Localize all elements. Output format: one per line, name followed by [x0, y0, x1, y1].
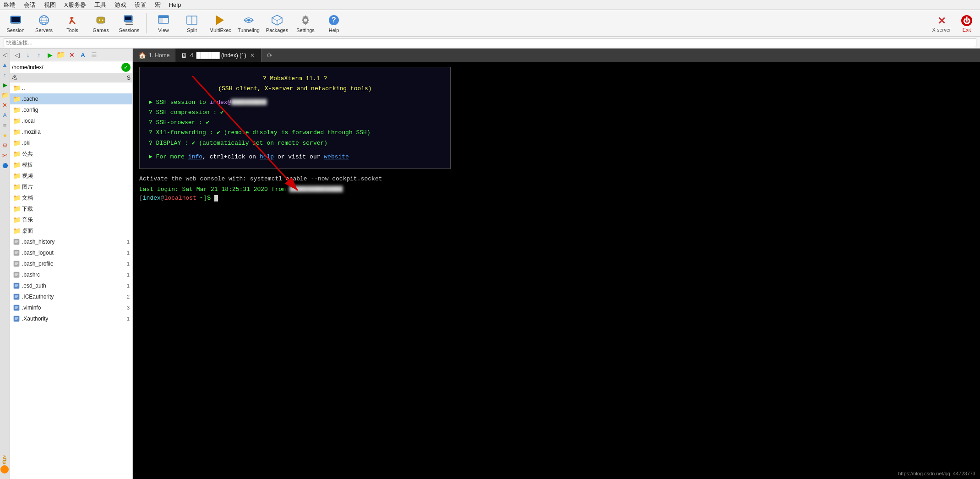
tb-view[interactable]: View — [151, 11, 176, 35]
file-item[interactable]: 📁.pki — [10, 137, 132, 148]
file-item[interactable]: 📁.cache — [10, 93, 132, 104]
tb-sessions-label: Sessions — [119, 27, 140, 33]
info-link[interactable]: info — [188, 153, 202, 160]
ssh-session-prefix: ► SSH session to — [149, 99, 210, 106]
tb-packages[interactable]: Packages — [264, 11, 290, 35]
ft-folder[interactable]: 📁 — [56, 50, 66, 60]
file-item[interactable]: 📁桌面 — [10, 225, 132, 236]
menu-xserver[interactable]: X服务器 — [64, 1, 86, 9]
menu-macro[interactable]: 宏 — [155, 1, 161, 9]
tb-help[interactable]: ? Help — [321, 11, 347, 35]
folder-icon: 📁 — [13, 118, 20, 124]
menu-session[interactable]: 会话 — [24, 1, 36, 9]
tunneling-icon — [242, 14, 255, 27]
ft-rename[interactable]: A — [78, 50, 88, 60]
folder-icon: 📁 — [13, 96, 20, 102]
file-item[interactable]: 📁文档 — [10, 192, 132, 203]
file-item[interactable]: 📁图片 — [10, 181, 132, 192]
file-item[interactable]: 📁音乐 — [10, 214, 132, 225]
bookmark-icon[interactable]: ★ — [1, 131, 9, 139]
file-item[interactable]: 📁.mozilla — [10, 126, 132, 137]
details-icon[interactable]: ≡ — [1, 121, 9, 129]
file-item[interactable]: .esd_auth1 — [10, 280, 132, 291]
tb-settings[interactable]: Settings — [293, 11, 318, 35]
ft-view-toggle[interactable]: ☰ — [89, 50, 99, 60]
file-item[interactable]: .bashrc1 — [10, 269, 132, 280]
menu-games[interactable]: 游戏 — [114, 1, 126, 9]
svg-rect-1 — [11, 17, 20, 22]
file-item[interactable]: 📁.local — [10, 115, 132, 126]
file-item[interactable]: .ICEauthority2 — [10, 291, 132, 302]
tab-ssh[interactable]: 🖥 4. ██████ (index) (1) ✕ — [175, 49, 261, 62]
prompt-line: [index@localhost ~]$ — [139, 195, 974, 201]
ft-back[interactable]: ◁ — [12, 50, 22, 60]
toolbar: Session Servers Tools Games Sessions Vie… — [0, 10, 980, 37]
path-input[interactable] — [12, 64, 121, 71]
file-name: .. — [22, 85, 114, 91]
tb-tunneling[interactable]: Tunneling — [236, 11, 261, 35]
filter-icon[interactable]: ⚙ — [1, 141, 9, 149]
tb-sessions[interactable]: Sessions — [116, 11, 142, 35]
disconnect-icon[interactable]: ✂ — [1, 151, 9, 159]
file-size: 1 — [116, 239, 130, 245]
prompt-user: index — [143, 195, 161, 201]
tab-refresh-button[interactable]: ⟳ — [263, 49, 276, 62]
menu-settings[interactable]: 设置 — [135, 1, 147, 9]
file-name: 模板 — [22, 161, 114, 169]
file-item[interactable]: .bash_history1 — [10, 236, 132, 247]
file-item[interactable]: 📁模板 — [10, 159, 132, 170]
upload-icon[interactable]: ↑ — [1, 71, 9, 79]
file-item[interactable]: .bash_logout1 — [10, 247, 132, 258]
file-item[interactable]: 📁下载 — [10, 203, 132, 214]
xserver-button[interactable]: ✕ X server — [929, 14, 954, 33]
website-link[interactable]: website — [324, 153, 349, 160]
tb-session[interactable]: Session — [3, 11, 28, 35]
folder-icon: 📁 — [13, 206, 20, 212]
svg-rect-13 — [125, 22, 133, 23]
menu-terminal[interactable]: 终端 — [4, 1, 16, 9]
info-icon[interactable]: 🔵 — [1, 161, 9, 169]
ft-connect[interactable]: ▶ — [45, 50, 55, 60]
rename-icon[interactable]: A — [1, 111, 9, 119]
file-item[interactable]: .bash_profile1 — [10, 258, 132, 269]
menu-view[interactable]: 视图 — [44, 1, 56, 9]
file-item[interactable]: 📁.config — [10, 104, 132, 115]
sftp-label[interactable]: sftp — [2, 455, 7, 464]
exit-button[interactable]: ⏻ Exit — [956, 14, 977, 33]
collapse-icon[interactable]: ◁ — [1, 50, 9, 59]
file-item[interactable]: .viminfo3 — [10, 302, 132, 313]
ft-delete[interactable]: ✕ — [67, 50, 77, 60]
file-panel: ◁ ↓ ↑ ▶ 📁 ✕ A ☰ ✓ 名 S 📁..📁.cache📁.config… — [10, 49, 133, 479]
help-link[interactable]: help — [260, 153, 274, 160]
menu-tools[interactable]: 工具 — [94, 1, 106, 9]
servers-icon — [38, 14, 50, 27]
file-item[interactable]: 📁公共 — [10, 148, 132, 159]
file-item[interactable]: .Xauthority1 — [10, 313, 132, 324]
tb-servers[interactable]: Servers — [31, 11, 57, 35]
delete-icon[interactable]: ✕ — [1, 101, 9, 109]
folder-icon: 📁 — [13, 162, 20, 168]
quickconnect-input[interactable] — [4, 38, 976, 47]
folder-icon: 📁 — [13, 228, 20, 234]
file-item[interactable]: 📁视频 — [10, 170, 132, 181]
notification-badge[interactable] — [0, 465, 9, 474]
ft-down[interactable]: ↓ — [23, 50, 33, 60]
add-icon[interactable]: ▶ — [1, 81, 9, 89]
file-item[interactable]: 📁.. — [10, 82, 132, 93]
up-icon[interactable]: ▲ — [1, 60, 9, 69]
terminal-content[interactable]: ? MobaXterm 11.1 ? (SSH client, X-server… — [133, 62, 980, 479]
file-size: 2 — [116, 294, 130, 299]
welcome-title: ? MobaXterm 11.1 ? — [263, 75, 327, 82]
tb-tools[interactable]: Tools — [60, 11, 85, 35]
path-ok-button[interactable]: ✓ — [121, 63, 131, 72]
folder-icon: 📁 — [13, 140, 20, 146]
tb-split[interactable]: Split — [179, 11, 205, 35]
menu-help[interactable]: Help — [169, 1, 181, 8]
file-name: .bash_profile — [22, 261, 114, 267]
ft-up[interactable]: ↑ — [34, 50, 44, 60]
tb-games[interactable]: Games — [88, 11, 114, 35]
tab-ssh-close[interactable]: ✕ — [249, 52, 256, 59]
tab-home[interactable]: 🏠 1. Home — [133, 49, 175, 62]
tb-multiexec[interactable]: MultiExec — [207, 11, 233, 35]
folder-icon[interactable]: 📁 — [1, 91, 9, 99]
